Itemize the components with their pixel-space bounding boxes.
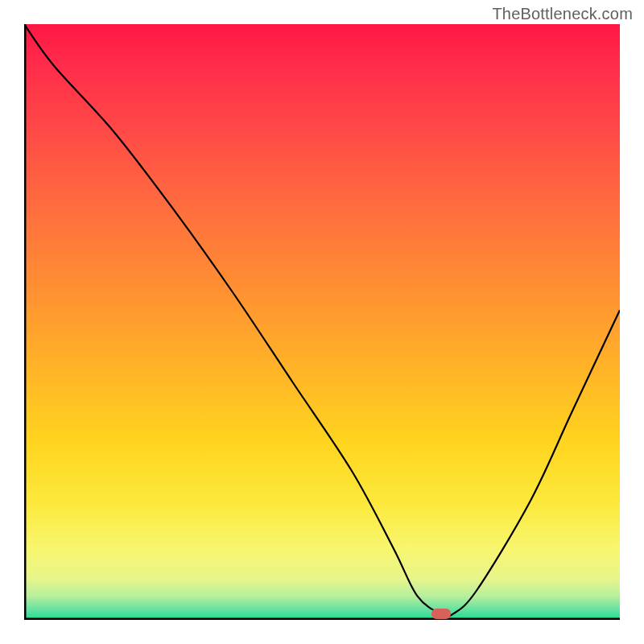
chart-container [24, 24, 620, 620]
gradient-background [24, 24, 620, 620]
bottleneck-chart [24, 24, 620, 620]
optimum-marker [431, 609, 451, 619]
watermark-text: TheBottleneck.com [492, 5, 633, 23]
